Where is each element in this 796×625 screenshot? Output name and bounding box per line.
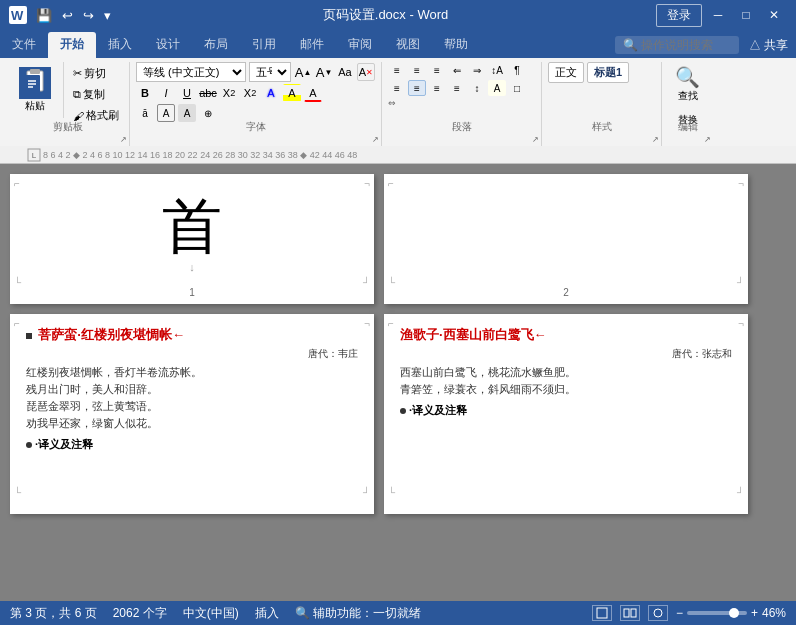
share-button[interactable]: △ 共享 — [749, 37, 788, 54]
cut-icon: ✂ — [73, 67, 82, 80]
line-spacing-button[interactable]: ↕ — [468, 80, 486, 96]
shading-button[interactable]: A — [488, 80, 506, 96]
search-input[interactable] — [641, 38, 731, 52]
font-family-select[interactable]: 等线 (中文正文) — [136, 62, 246, 82]
zoom-in-button[interactable]: + — [751, 606, 758, 620]
title-bar: W 💾 ↩ ↪ ▾ 页码设置.docx - Word 登录 ─ □ ✕ — [0, 0, 796, 30]
align-left-button[interactable]: ≡ — [388, 80, 406, 96]
ribbon-content: 粘贴 ✂ 剪切 ⧉ 复制 🖌 格式刷 剪贴板 ↗ — [0, 58, 796, 146]
status-right: − + 46% — [592, 605, 786, 621]
page-1: ⌐ ⌐ 首 ↓ └ ┘ 1 — [10, 174, 374, 304]
corner-bl-3: └ — [14, 487, 21, 498]
numbering-button[interactable]: ≡ — [408, 62, 426, 78]
copy-button[interactable]: ⧉ 复制 — [69, 85, 123, 104]
align-right-button[interactable]: ≡ — [428, 80, 446, 96]
undo-quick-btn[interactable]: ↩ — [58, 6, 77, 25]
clipboard-expand-icon[interactable]: ↗ — [120, 135, 127, 144]
svg-rect-4 — [24, 75, 40, 95]
subscript-button[interactable]: X2 — [220, 84, 238, 102]
minimize-button[interactable]: ─ — [704, 5, 732, 25]
sort-button[interactable]: ↕A — [488, 62, 506, 78]
style-heading1[interactable]: 标题1 — [587, 62, 629, 83]
tab-insert[interactable]: 插入 — [96, 32, 144, 58]
tab-home[interactable]: 开始 — [48, 32, 96, 58]
svg-text:L: L — [32, 151, 37, 160]
insert-mode[interactable]: 插入 — [255, 605, 279, 622]
redo-quick-btn[interactable]: ↪ — [79, 6, 98, 25]
underline-button[interactable]: U — [178, 84, 196, 102]
bold-button[interactable]: B — [136, 84, 154, 102]
status-bar: 第 3 页，共 6 页 2062 个字 中文(中国) 插入 🔍 辅助功能：一切就… — [0, 601, 796, 625]
grow-font-button[interactable]: A▲ — [294, 63, 312, 81]
read-mode-button[interactable] — [620, 605, 640, 621]
status-left: 第 3 页，共 6 页 2062 个字 中文(中国) 插入 🔍 辅助功能：一切就… — [10, 605, 421, 622]
poem4-note: ·译义及注释 — [400, 403, 732, 418]
poem4-dynasty: 唐代：张志和 — [400, 347, 732, 361]
close-button[interactable]: ✕ — [760, 5, 788, 25]
tab-help[interactable]: 帮助 — [432, 32, 480, 58]
tab-review[interactable]: 审阅 — [336, 32, 384, 58]
maximize-button[interactable]: □ — [732, 5, 760, 25]
cursor-indicator: ↓ — [189, 261, 195, 273]
document-area[interactable]: ⌐ ⌐ 首 ↓ └ ┘ 1 ⌐ ⌐ └ ┘ 2 — [0, 164, 796, 601]
text-effects-button[interactable]: A — [262, 84, 280, 102]
find-button[interactable]: 🔍 查找 — [668, 62, 707, 106]
shrink-font-button[interactable]: A▼ — [315, 63, 333, 81]
style-gallery: 正文 标题1 — [548, 62, 629, 101]
quick-access-toolbar: 💾 ↩ ↪ ▾ — [32, 6, 115, 25]
decrease-indent-button[interactable]: ⇐ — [448, 62, 466, 78]
corner-tr-4: ⌐ — [738, 318, 744, 329]
page-info: 第 3 页，共 6 页 — [10, 605, 97, 622]
print-layout-button[interactable] — [592, 605, 612, 621]
style-normal[interactable]: 正文 — [548, 62, 584, 83]
poem3-lines: 红楼别夜堪惆帐，香灯半卷流苏帐。 残月出门时，美人和泪辞。 琵琶金翠羽，弦上黄莺… — [26, 365, 358, 431]
zoom-out-button[interactable]: − — [676, 606, 683, 620]
svg-text:W: W — [11, 8, 24, 23]
highlight-color-button[interactable]: A — [283, 84, 301, 102]
big-char: 首 — [26, 194, 358, 260]
qa-more-btn[interactable]: ▾ — [100, 6, 115, 25]
change-case-button[interactable]: Aa — [336, 63, 354, 81]
superscript-button[interactable]: X2 — [241, 84, 259, 102]
bullets-button[interactable]: ≡ — [388, 62, 406, 78]
italic-button[interactable]: I — [157, 84, 175, 102]
zoom-slider[interactable] — [687, 611, 747, 615]
zoom-level: 46% — [762, 606, 786, 620]
save-quick-btn[interactable]: 💾 — [32, 6, 56, 25]
corner-tr-2: ⌐ — [738, 178, 744, 189]
paragraph-expand-icon[interactable]: ↗ — [532, 135, 539, 144]
clipboard-group: 粘贴 ✂ 剪切 ⧉ 复制 🖌 格式刷 剪贴板 ↗ — [6, 62, 130, 146]
strikethrough-button[interactable]: abc — [199, 84, 217, 102]
editing-expand-icon[interactable]: ↗ — [704, 135, 711, 144]
web-layout-button[interactable] — [648, 605, 668, 621]
increase-indent-button[interactable]: ⇒ — [468, 62, 486, 78]
justify-button[interactable]: ≡ — [448, 80, 466, 96]
clear-format-button[interactable]: A✕ — [357, 63, 375, 81]
style-expand-icon[interactable]: ↗ — [652, 135, 659, 144]
font-expand-icon[interactable]: ↗ — [372, 135, 379, 144]
font-color-button[interactable]: A — [304, 84, 322, 102]
spacing-indicator: ⇔ — [388, 98, 396, 108]
tab-layout[interactable]: 布局 — [192, 32, 240, 58]
corner-tl-3: ⌐ — [14, 318, 20, 329]
word-count: 2062 个字 — [113, 605, 167, 622]
tab-mail[interactable]: 邮件 — [288, 32, 336, 58]
align-center-button[interactable]: ≡ — [408, 80, 426, 96]
poem4-title: 渔歌子·西塞山前白鹭飞← — [400, 327, 547, 342]
border-button[interactable]: □ — [508, 80, 526, 96]
tab-references[interactable]: 引用 — [240, 32, 288, 58]
font-size-select[interactable]: 五号 — [249, 62, 291, 82]
show-marks-button[interactable]: ¶ — [508, 62, 526, 78]
tab-file[interactable]: 文件 — [0, 32, 48, 58]
multilevel-list-button[interactable]: ≡ — [428, 62, 446, 78]
accessibility: 🔍 辅助功能：一切就绪 — [295, 605, 421, 622]
login-button[interactable]: 登录 — [656, 4, 702, 27]
cut-button[interactable]: ✂ 剪切 — [69, 64, 123, 83]
ribbon-tab-bar: 文件 开始 插入 设计 布局 引用 邮件 审阅 视图 帮助 🔍 △ 共享 — [0, 30, 796, 58]
tab-view[interactable]: 视图 — [384, 32, 432, 58]
tab-design[interactable]: 设计 — [144, 32, 192, 58]
corner-bl-1: └ — [14, 277, 21, 288]
pages-bottom-row: ⌐ ⌐ 菩萨蛮·红楼别夜堪惆帐← 唐代：韦庄 红楼别夜堪惆帐，香灯半卷流苏帐。 … — [10, 314, 786, 514]
paste-button[interactable]: 粘贴 — [12, 62, 58, 118]
page-2: ⌐ ⌐ └ ┘ 2 — [384, 174, 748, 304]
